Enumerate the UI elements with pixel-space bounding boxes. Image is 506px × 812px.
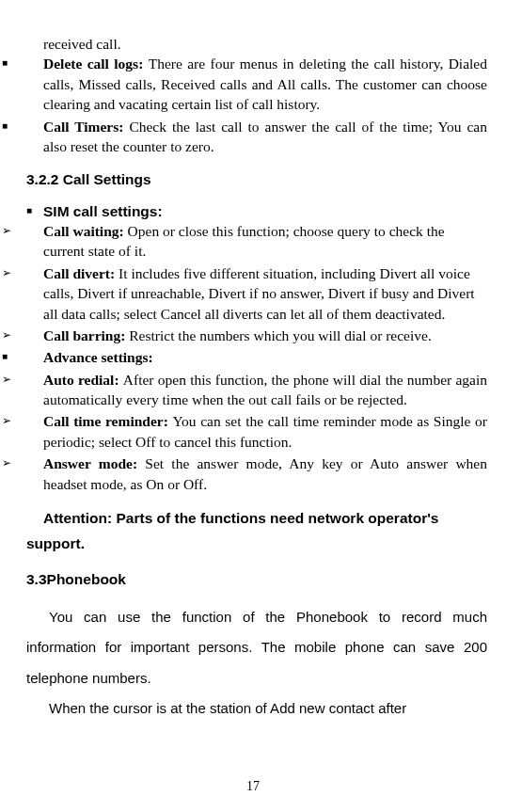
call-waiting-label: Call waiting: — [43, 223, 128, 239]
attention-line: Attention: Parts of the functions need n… — [19, 503, 487, 534]
call-timers-item: Call Timers: Check the last call to answ… — [19, 117, 487, 157]
auto-redial-item: Auto redial: After open this function, t… — [19, 370, 487, 410]
call-settings-heading: 3.2.2 Call Settings — [19, 169, 487, 189]
answer-mode-item: Answer mode: Set the answer mode, Any ke… — [19, 454, 487, 494]
call-timers-label: Call Timers: — [43, 119, 129, 135]
call-barring-item: Call barring: Restrict the numbers which… — [19, 326, 487, 345]
received-call-line: received call. — [19, 34, 487, 54]
delete-call-logs-item: Delete call logs: There are four menus i… — [19, 54, 487, 114]
delete-call-logs-label: Delete call logs: — [43, 56, 149, 72]
call-divert-item: Call divert: It includes five different … — [19, 263, 487, 324]
call-waiting-item: Call waiting: Open or close this functio… — [19, 221, 487, 262]
call-time-reminder-item: Call time reminder: You can set the call… — [19, 411, 487, 452]
advance-settings-item: Advance settings: — [19, 347, 487, 367]
support-line: support. — [19, 533, 487, 553]
call-barring-text: Restrict the numbers which you will dial… — [129, 327, 432, 343]
phonebook-heading: 3.3Phonebook — [19, 569, 487, 589]
call-time-reminder-label: Call time reminder: — [43, 413, 172, 429]
page-number: 17 — [0, 777, 506, 795]
auto-redial-label: Auto redial: — [43, 372, 123, 388]
sim-call-settings-heading: SIM call settings: — [19, 201, 487, 221]
call-divert-label: Call divert: — [43, 265, 119, 281]
phonebook-paragraph-2: When the cursor is at the station of Add… — [19, 693, 487, 724]
advance-settings-label: Advance settings: — [43, 349, 153, 365]
call-barring-label: Call barring: — [43, 327, 129, 343]
phonebook-paragraph-1: You can use the function of the Phoneboo… — [19, 602, 487, 693]
answer-mode-label: Answer mode: — [43, 455, 145, 471]
